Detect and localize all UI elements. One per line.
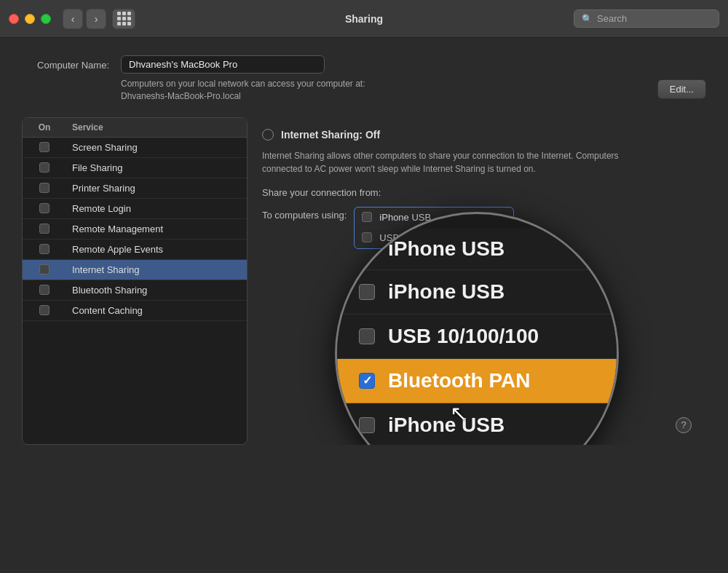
window-title: Sharing bbox=[345, 13, 383, 25]
mag-item-label: iPhone USB bbox=[388, 237, 505, 261]
local-network-line2: Dhvaneshs-MacBook-Pro.local bbox=[121, 90, 646, 103]
share-from-label: Share your connection from: bbox=[262, 187, 381, 198]
remote-login-checkbox[interactable] bbox=[39, 203, 50, 213]
checkbox-cell bbox=[23, 244, 66, 254]
printer-sharing-label: Printer Sharing bbox=[66, 183, 247, 194]
remote-login-label: Remote Login bbox=[66, 203, 247, 214]
checkbox-cell bbox=[23, 203, 66, 213]
traffic-lights bbox=[9, 14, 51, 24]
service-item-remote-login[interactable]: Remote Login bbox=[23, 199, 247, 219]
screen-sharing-label: Screen Sharing bbox=[66, 142, 247, 153]
mag-item-label: iPhone USB bbox=[388, 414, 505, 437]
computer-name-input[interactable] bbox=[121, 55, 325, 74]
service-item-content-caching[interactable]: Content Caching bbox=[23, 301, 247, 321]
mag-checkbox[interactable] bbox=[359, 284, 375, 300]
bluetooth-sharing-checkbox[interactable] bbox=[39, 285, 50, 295]
checkbox-cell bbox=[23, 142, 66, 152]
main-panel: On Service Screen Sharing File Sharing P… bbox=[22, 117, 706, 445]
share-from-row: Share your connection from: bbox=[262, 187, 692, 198]
grid-button[interactable] bbox=[112, 9, 135, 29]
remote-apple-events-label: Remote Apple Events bbox=[66, 244, 247, 255]
search-bar[interactable]: 🔍 bbox=[574, 9, 719, 28]
right-panel: Internet Sharing: Off Internet Sharing a… bbox=[248, 117, 706, 445]
internet-sharing-header: Internet Sharing: Off bbox=[262, 129, 692, 141]
file-sharing-checkbox[interactable] bbox=[39, 162, 50, 173]
checkbox-cell bbox=[23, 162, 66, 173]
maximize-button[interactable] bbox=[41, 14, 51, 24]
checkbox-cell bbox=[23, 224, 66, 234]
mag-item-bluetooth-pan[interactable]: ✓ Bluetooth PAN bbox=[337, 359, 617, 403]
internet-sharing-radio[interactable] bbox=[262, 129, 274, 141]
service-item-internet-sharing[interactable]: Internet Sharing bbox=[23, 260, 247, 280]
file-sharing-label: File Sharing bbox=[66, 162, 247, 173]
content-caching-checkbox[interactable] bbox=[39, 305, 50, 315]
internet-sharing-checkbox[interactable] bbox=[39, 264, 50, 274]
close-button[interactable] bbox=[9, 14, 19, 24]
service-item-screen-sharing[interactable]: Screen Sharing bbox=[23, 138, 247, 158]
bluetooth-pan-label: Bluetooth PAN bbox=[388, 369, 530, 392]
checkmark-icon: ✓ bbox=[363, 374, 372, 387]
remote-management-label: Remote Management bbox=[66, 224, 247, 234]
mag-checkbox[interactable] bbox=[359, 417, 375, 433]
checkbox-cell bbox=[23, 305, 66, 315]
service-list-header: On Service bbox=[23, 118, 247, 138]
search-icon: 🔍 bbox=[582, 14, 593, 24]
local-network-line1: Computers on your local network can acce… bbox=[121, 78, 646, 90]
forward-button[interactable]: › bbox=[86, 9, 106, 29]
mag-checkbox[interactable] bbox=[359, 328, 375, 344]
help-button[interactable]: ? bbox=[676, 417, 692, 433]
item-checkbox[interactable] bbox=[362, 232, 372, 242]
service-item-remote-apple-events[interactable]: Remote Apple Events bbox=[23, 240, 247, 260]
service-item-remote-management[interactable]: Remote Management bbox=[23, 219, 247, 240]
remote-apple-events-checkbox[interactable] bbox=[39, 244, 50, 254]
service-item-bluetooth-sharing[interactable]: Bluetooth Sharing bbox=[23, 280, 247, 301]
nav-buttons: ‹ › bbox=[63, 9, 135, 29]
header-on: On bbox=[23, 122, 66, 133]
mag-checked-checkbox[interactable]: ✓ bbox=[359, 373, 375, 389]
computer-name-label: Computer Name: bbox=[22, 55, 109, 71]
checkbox-cell bbox=[23, 285, 66, 295]
mag-item-label: USB 10/100/100 bbox=[388, 325, 539, 348]
service-list: On Service Screen Sharing File Sharing P… bbox=[22, 117, 248, 445]
item-label: iPhone USB bbox=[379, 212, 431, 223]
to-computers-label: To computers using: bbox=[262, 207, 347, 221]
remote-management-checkbox[interactable] bbox=[39, 224, 50, 234]
mag-item-3[interactable]: USB 10/100/100 bbox=[337, 315, 617, 359]
checkbox-cell bbox=[23, 264, 66, 274]
item-checkbox[interactable] bbox=[362, 212, 372, 222]
edit-button[interactable]: Edit... bbox=[657, 79, 706, 99]
content-caching-label: Content Caching bbox=[66, 305, 247, 316]
local-network-row: Computers on your local network can acce… bbox=[22, 78, 706, 103]
checkbox-cell bbox=[23, 183, 66, 193]
mag-item-label: iPhone USB bbox=[388, 280, 505, 304]
titlebar: ‹ › Sharing 🔍 bbox=[0, 0, 728, 38]
mag-item-5[interactable]: iPhone USB bbox=[337, 403, 617, 445]
local-network-info: Computers on your local network can acce… bbox=[121, 78, 646, 103]
grid-icon bbox=[117, 12, 131, 25]
internet-sharing-label: Internet Sharing bbox=[66, 264, 247, 275]
internet-sharing-title: Internet Sharing: Off bbox=[281, 129, 380, 141]
printer-sharing-checkbox[interactable] bbox=[39, 183, 50, 193]
internet-sharing-description: Internet Sharing allows other computers … bbox=[262, 149, 655, 175]
header-service: Service bbox=[66, 122, 247, 133]
service-item-printer-sharing[interactable]: Printer Sharing bbox=[23, 178, 247, 199]
back-button[interactable]: ‹ bbox=[63, 9, 83, 29]
mag-item-2[interactable]: iPhone USB bbox=[337, 270, 617, 315]
bluetooth-sharing-label: Bluetooth Sharing bbox=[66, 285, 247, 296]
computer-name-row: Computer Name: bbox=[22, 55, 706, 74]
main-content: Computer Name: Computers on your local n… bbox=[0, 38, 728, 459]
search-input[interactable] bbox=[597, 13, 711, 24]
service-item-file-sharing[interactable]: File Sharing bbox=[23, 158, 247, 178]
minimize-button[interactable] bbox=[25, 14, 35, 24]
screen-sharing-checkbox[interactable] bbox=[39, 142, 50, 152]
